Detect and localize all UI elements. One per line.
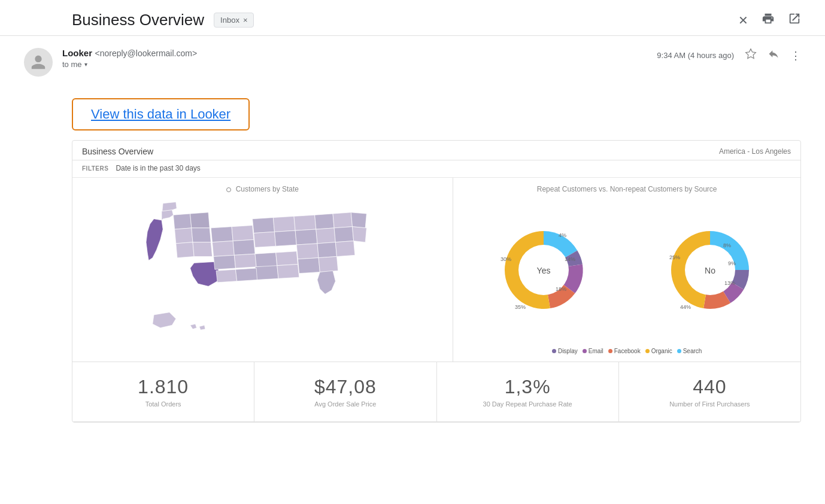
metrics-row: 1.810 Total Orders $47,08 Avg Order Sale… [72,362,800,422]
search-legend-dot [677,349,681,353]
donut-yes-wrapper: Yes 4% 14% 18% 35% 30% [490,216,597,324]
avg-order-value: $47,08 [314,376,377,398]
dashboard-filters: FILTERS Date is in the past 30 days [72,160,800,178]
filter-value: Date is in the past 30 days [116,164,200,172]
metric-first-purchasers: 440 Number of First Purchasers [619,362,800,421]
avg-order-label: Avg Order Sale Price [314,400,376,408]
map-chart-title: Customers by State [80,185,445,193]
sender-name: Looker [62,48,92,58]
star-icon[interactable] [745,48,757,63]
metric-repeat-rate: 1,3% 30 Day Repeat Purchase Rate [437,362,619,421]
map-container [80,198,445,354]
sender-row: Looker <noreply@lookermail.com> to me ▾ … [0,36,825,86]
map-panel: Customers by State [72,178,453,362]
usa-map-svg [119,198,407,354]
looker-link-container: View this data in Looker [0,86,825,140]
metric-avg-order: $47,08 Avg Order Sale Price [254,362,436,421]
donut-yes-svg: Yes 4% 14% 18% 35% 30% [490,216,597,324]
svg-text:18%: 18% [556,286,566,292]
chart-title-dot [226,187,231,192]
svg-text:4%: 4% [559,232,566,238]
badge-label: Inbox [220,16,239,25]
first-purchasers-label: Number of First Purchasers [669,400,750,408]
email-subject-title: Business Overview [72,11,204,29]
svg-text:44%: 44% [680,304,691,310]
sender-info: Looker <noreply@lookermail.com> to me ▾ [62,48,647,69]
person-icon [30,54,47,71]
email-title-area: Business Overview Inbox × [72,11,254,29]
svg-marker-0 [746,49,756,59]
sender-name-line: Looker <noreply@lookermail.com> [62,48,647,59]
svg-text:35%: 35% [515,304,526,310]
donut-no-svg: No 8% 9% 13% 44% 25% [656,216,764,324]
donuts-row: Yes 4% 14% 18% 35% 30% [460,198,793,342]
donut-no-wrapper: No 8% 9% 13% 44% 25% [656,216,764,324]
to-me-row: to me ▾ [62,60,647,69]
organic-legend-dot [645,349,650,353]
email-header: Business Overview Inbox × ✕ [0,0,825,36]
display-label: Display [558,348,578,354]
legend-item-organic: Organic [645,348,672,354]
display-legend-dot [552,349,556,353]
to-me-text: to me [62,60,82,69]
legend-item-search: Search [677,348,702,354]
inbox-badge[interactable]: Inbox × [214,13,254,28]
legend-item-display: Display [552,348,578,354]
sender-email: <noreply@lookermail.com> [95,48,197,58]
email-legend-dot [583,349,587,353]
collapse-icon[interactable]: ✕ [738,13,748,28]
svg-text:8%: 8% [723,242,731,248]
charts-row: Customers by State [72,178,800,362]
more-options-icon[interactable]: ⋮ [790,49,801,62]
avatar [24,48,53,77]
svg-text:13%: 13% [724,280,735,286]
total-orders-label: Total Orders [145,400,181,408]
legend-item-email: Email [583,348,603,354]
search-label: Search [683,348,702,354]
svg-text:No: No [705,266,715,275]
legend-item-facebook: Facebook [608,348,641,354]
organic-label: Organic [651,348,672,354]
total-orders-value: 1.810 [138,376,189,398]
repeat-rate-value: 1,3% [505,376,551,398]
chevron-down-icon[interactable]: ▾ [84,61,87,68]
facebook-label: Facebook [614,348,641,354]
meta-icons: ⋮ [745,48,801,63]
donut-panel: Repeat Customers vs. Non-repeat Customer… [453,178,800,362]
donut-legend: Display Email Facebook Organic Search [460,348,793,354]
email-time: 9:34 AM (4 hours ago) [657,51,734,60]
dashboard-container: Business Overview America - Los Angeles … [72,140,801,423]
badge-close-icon[interactable]: × [243,16,248,25]
filters-label: FILTERS [82,165,108,172]
header-actions: ✕ [738,12,801,28]
email-label: Email [589,348,603,354]
svg-text:30%: 30% [501,256,511,262]
dashboard-embed-title: Business Overview [82,147,153,156]
metric-total-orders: 1.810 Total Orders [72,362,254,421]
sender-meta: 9:34 AM (4 hours ago) ⋮ [657,48,801,63]
dashboard-timezone: America - Los Angeles [719,147,791,156]
view-in-looker-link[interactable]: View this data in Looker [72,98,250,130]
first-purchasers-value: 440 [693,376,726,398]
open-external-icon[interactable] [788,12,801,28]
facebook-legend-dot [608,349,612,353]
print-icon[interactable] [762,12,775,28]
donut-chart-title: Repeat Customers vs. Non-repeat Customer… [460,185,793,193]
svg-text:25%: 25% [669,254,680,260]
dashboard-header: Business Overview America - Los Angeles [72,141,800,160]
reply-icon[interactable] [768,48,779,63]
svg-text:9%: 9% [728,260,736,266]
svg-text:14%: 14% [565,256,575,262]
repeat-rate-label: 30 Day Repeat Purchase Rate [483,400,572,408]
svg-text:Yes: Yes [537,266,551,275]
